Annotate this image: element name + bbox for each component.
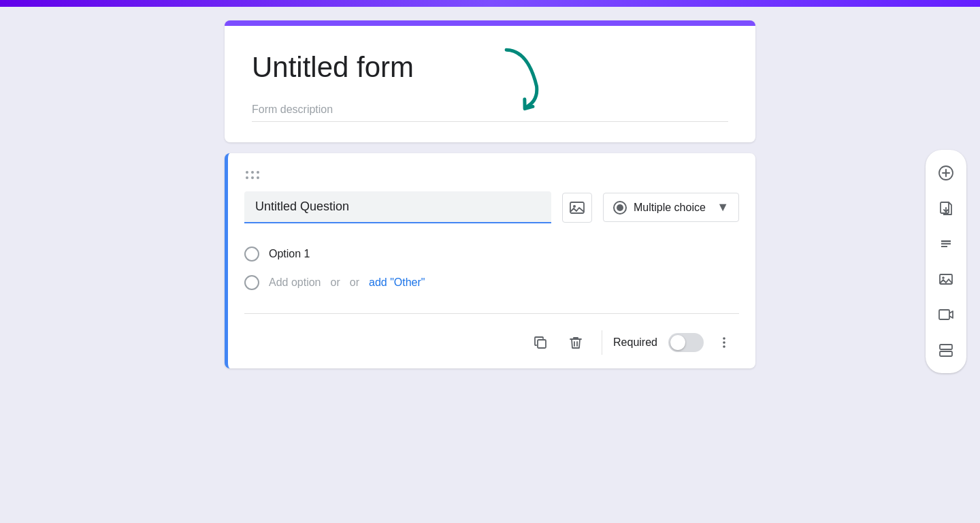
svg-point-1 (246, 176, 248, 179)
option-row: Option 1 (244, 240, 739, 268)
svg-rect-17 (941, 202, 949, 213)
svg-point-4 (257, 171, 259, 174)
card-footer: Required (244, 319, 739, 358)
duplicate-button[interactable] (525, 328, 555, 358)
question-input[interactable] (244, 191, 551, 223)
add-option-text[interactable]: Add option (269, 276, 321, 289)
question-row: Multiple choice ▼ (244, 191, 739, 223)
option-radio[interactable] (244, 247, 259, 262)
question-card: Multiple choice ▼ Option 1 Add option or… (225, 153, 755, 368)
svg-point-13 (723, 346, 725, 349)
add-option-row: Add option or or add "Other" (244, 268, 739, 297)
svg-point-12 (723, 342, 725, 345)
add-section-button[interactable] (931, 335, 961, 365)
or-separator: or (331, 276, 340, 289)
required-label: Required (613, 336, 657, 349)
main-content: Untitled form Form description (0, 7, 980, 523)
delete-button[interactable] (561, 328, 591, 358)
add-question-button[interactable] (931, 158, 961, 188)
footer-divider (602, 330, 602, 355)
question-type-label: Multiple choice (634, 202, 710, 214)
add-option-text-or: or (350, 276, 359, 289)
svg-point-20 (942, 276, 945, 279)
svg-point-0 (246, 171, 248, 174)
svg-point-2 (251, 171, 254, 174)
svg-rect-22 (940, 345, 952, 349)
svg-rect-21 (939, 310, 949, 319)
add-video-button[interactable] (931, 300, 961, 330)
right-sidebar (926, 150, 966, 373)
card-divider (244, 313, 739, 314)
option-label: Option 1 (269, 248, 310, 260)
more-options-button[interactable] (709, 328, 739, 358)
add-title-button[interactable] (931, 229, 961, 259)
import-questions-button[interactable] (931, 193, 961, 223)
svg-point-3 (251, 176, 254, 179)
question-type-selector[interactable]: Multiple choice ▼ (603, 193, 739, 222)
question-input-wrapper (244, 191, 551, 223)
form-header-card: Untitled form Form description (225, 20, 755, 142)
svg-rect-6 (570, 202, 584, 213)
svg-rect-23 (940, 351, 952, 356)
add-other-link[interactable]: add "Other" (369, 276, 425, 289)
drag-handle (244, 170, 739, 180)
dropdown-arrow-icon: ▼ (717, 200, 729, 215)
svg-point-5 (257, 176, 259, 179)
options-area: Option 1 Add option or or add "Other" (244, 240, 739, 308)
svg-point-7 (573, 205, 576, 208)
multiple-choice-icon (613, 201, 627, 215)
add-image-to-question-button[interactable] (562, 193, 592, 223)
svg-rect-8 (538, 340, 546, 348)
svg-point-11 (723, 338, 725, 340)
toggle-knob (670, 335, 685, 350)
top-bar (0, 0, 980, 7)
add-option-radio (244, 275, 259, 290)
required-toggle[interactable] (668, 333, 704, 352)
add-image-button[interactable] (931, 264, 961, 294)
